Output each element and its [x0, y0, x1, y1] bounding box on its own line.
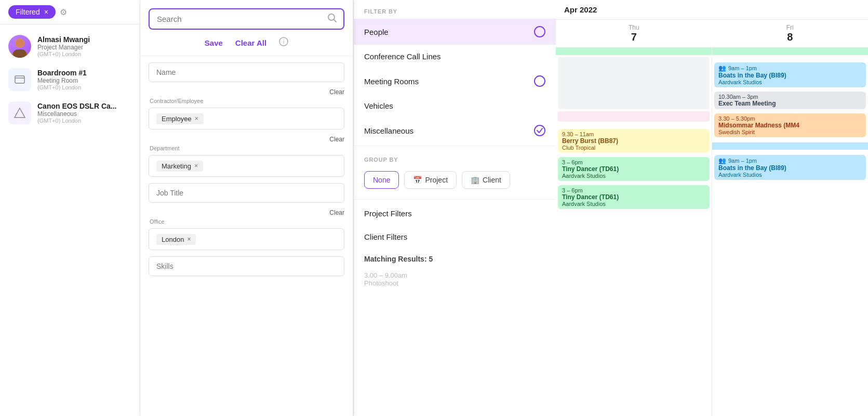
filter-option-people[interactable]: People	[354, 19, 556, 45]
item-subtitle-almasi: Project Manager	[37, 44, 131, 51]
office-clear-button[interactable]: Clear	[329, 209, 344, 216]
marketing-tag: Marketing ×	[156, 161, 203, 172]
sidebar-item-canon[interactable]: Canon EOS DSLR Ca... Miscellaneous (GMT+…	[0, 96, 140, 129]
job-title-input[interactable]	[149, 183, 344, 203]
client-filters-label: Client Filters	[364, 232, 407, 241]
filter-option-conference[interactable]: Conference Call Lines	[354, 45, 556, 68]
contractor-clear-button[interactable]: Clear	[329, 88, 344, 96]
fri-events: 👥 9am – 1pm Boats in the Bay (BI89) Aard…	[712, 57, 868, 181]
cal-header-fri: Fri 8	[712, 24, 869, 43]
department-label: Department	[149, 145, 344, 153]
project-filters-label: Project Filters	[364, 209, 412, 218]
item-name-boardroom: Boardroom #1	[37, 69, 131, 77]
filter-icon[interactable]: ⚙	[60, 7, 67, 17]
employee-tag: Employee ×	[156, 113, 204, 124]
fri-event-4[interactable]: 👥 9am – 1pm Boats in the Bay (BI89) Aard…	[714, 155, 866, 180]
filter-panel: Save Clear All i Clear Contractor/Employ…	[140, 0, 353, 416]
item-info-almasi: Almasi Mwangi Project Manager (GMT+0) Lo…	[37, 35, 131, 57]
group-by-options: None 📅 Project 🏢 Client	[354, 167, 556, 197]
fri-event-3[interactable]: 3.30 – 5.30pm Midsommar Madness (MM4 Swe…	[714, 113, 866, 137]
info-icon[interactable]: i	[279, 37, 288, 48]
sidebar: Filtered × ⚙ Almasi Mwangi Project	[0, 0, 140, 416]
fri-event-2[interactable]: 10.30am – 3pm Exec Team Meeting	[714, 92, 866, 109]
name-input[interactable]	[149, 62, 344, 82]
item-name-canon: Canon EOS DSLR Ca...	[37, 102, 131, 110]
save-button[interactable]: Save	[205, 38, 223, 47]
item-subtitle-canon: Miscellaneous	[37, 110, 131, 118]
svg-rect-4	[15, 76, 24, 83]
close-icon[interactable]: ×	[44, 8, 48, 16]
scroll-hint: 3.00 – 9.00am Photoshoot	[354, 269, 556, 291]
field-group-contractor: Clear Contractor/Employee Employee ×	[149, 88, 344, 129]
fri-blue-stripe	[712, 142, 868, 150]
group-by-label: GROUP BY	[354, 148, 556, 167]
fri-event-1[interactable]: 👥 9am – 1pm Boats in the Bay (BI89) Aard…	[714, 62, 866, 87]
sidebar-item-almasi[interactable]: Almasi Mwangi Project Manager (GMT+0) Lo…	[0, 30, 140, 63]
matching-results-label: Matching Results:	[364, 255, 427, 263]
sidebar-items: Almasi Mwangi Project Manager (GMT+0) Lo…	[0, 24, 140, 416]
filter-option-meeting-rooms[interactable]: Meeting Rooms	[354, 68, 556, 94]
item-info-canon: Canon EOS DSLR Ca... Miscellaneous (GMT+…	[37, 102, 131, 124]
contractor-tag-input[interactable]: Employee ×	[149, 108, 344, 129]
group-by-client-label: Client	[483, 176, 501, 184]
filter-by-label: FILTER BY	[354, 0, 556, 19]
filtered-label: Filtered	[16, 8, 40, 16]
field-group-skills	[149, 256, 344, 276]
item-subtitle2-boardroom: (GMT+0) London	[37, 84, 131, 90]
group-by-client[interactable]: 🏢 Client	[462, 171, 510, 189]
filter-option-vehicles-label: Vehicles	[364, 101, 393, 110]
thu-event-3[interactable]: 3 – 6pm Tiny Dancer (TD61) Aardvark Stud…	[558, 185, 710, 209]
thu-top-stripe	[556, 48, 712, 55]
thu-gray-block	[558, 57, 710, 109]
office-tag-input[interactable]: London ×	[149, 228, 344, 250]
thu-event-2[interactable]: 3 – 6pm Tiny Dancer (TD61) Aardvark Stud…	[558, 157, 710, 181]
cal-col-thu: 9.30 – 11am Berry Burst (BB87) Club Trop…	[556, 48, 712, 416]
avatar-almasi	[8, 35, 31, 58]
marketing-tag-remove[interactable]: ×	[194, 162, 198, 170]
sidebar-item-boardroom[interactable]: Boardroom #1 Meeting Room (GMT+0) London	[0, 63, 140, 96]
filter-option-people-label: People	[364, 28, 389, 36]
calendar-area: Apr 2022 Thu 7 Fri 8 9.30 – 11am	[556, 0, 868, 416]
clear-all-button[interactable]: Clear All	[235, 38, 266, 47]
search-icon	[327, 12, 337, 25]
thu-events: 9.30 – 11am Berry Burst (BB87) Club Trop…	[556, 124, 712, 210]
item-info-boardroom: Boardroom #1 Meeting Room (GMT+0) London	[37, 69, 131, 90]
contractor-label: Contractor/Employee	[149, 98, 344, 106]
thu-pink-block	[558, 111, 710, 122]
search-input-wrap	[149, 8, 344, 30]
employee-tag-remove[interactable]: ×	[195, 115, 198, 122]
item-name-almasi: Almasi Mwangi	[37, 35, 131, 44]
group-by-project-label: Project	[425, 176, 448, 184]
svg-point-7	[328, 14, 335, 20]
filter-option-meeting-rooms-label: Meeting Rooms	[364, 77, 419, 86]
filter-option-miscellaneous-label: Miscellaneous	[364, 126, 413, 135]
london-tag: London ×	[156, 234, 196, 245]
department-tag-input[interactable]: Marketing ×	[149, 155, 344, 177]
cal-body: 9.30 – 11am Berry Burst (BB87) Club Trop…	[556, 48, 868, 416]
divider-2	[354, 199, 556, 200]
matching-results: Matching Results: 5	[354, 249, 556, 269]
avatar-icon-canon	[8, 101, 31, 124]
thu-event-1[interactable]: 9.30 – 11am Berry Burst (BB87) Club Trop…	[558, 129, 710, 153]
department-clear-button[interactable]: Clear	[329, 136, 344, 143]
group-by-project[interactable]: 📅 Project	[404, 171, 457, 189]
skills-input[interactable]	[149, 256, 344, 276]
item-subtitle-boardroom: Meeting Room	[37, 77, 131, 84]
client-filters-item[interactable]: Client Filters	[354, 225, 556, 249]
field-group-name	[149, 62, 344, 82]
field-group-department: Clear Department Marketing ×	[149, 136, 344, 177]
filter-option-miscellaneous[interactable]: Miscellaneous	[354, 118, 556, 144]
project-filters-item[interactable]: Project Filters	[354, 202, 556, 225]
filtered-badge[interactable]: Filtered ×	[8, 5, 56, 19]
client-icon: 🏢	[471, 176, 479, 184]
search-input[interactable]	[150, 9, 343, 29]
avatar-icon-boardroom	[8, 68, 31, 91]
miscellaneous-check	[534, 125, 545, 136]
filter-option-vehicles[interactable]: Vehicles	[354, 94, 556, 118]
svg-rect-3	[14, 49, 26, 58]
filter-search-bar	[140, 0, 353, 30]
london-tag-remove[interactable]: ×	[187, 236, 191, 243]
cal-month: Apr 2022	[556, 0, 868, 20]
filter-fields: Clear Contractor/Employee Employee × Cle…	[140, 56, 353, 416]
group-by-none[interactable]: None	[364, 171, 399, 189]
